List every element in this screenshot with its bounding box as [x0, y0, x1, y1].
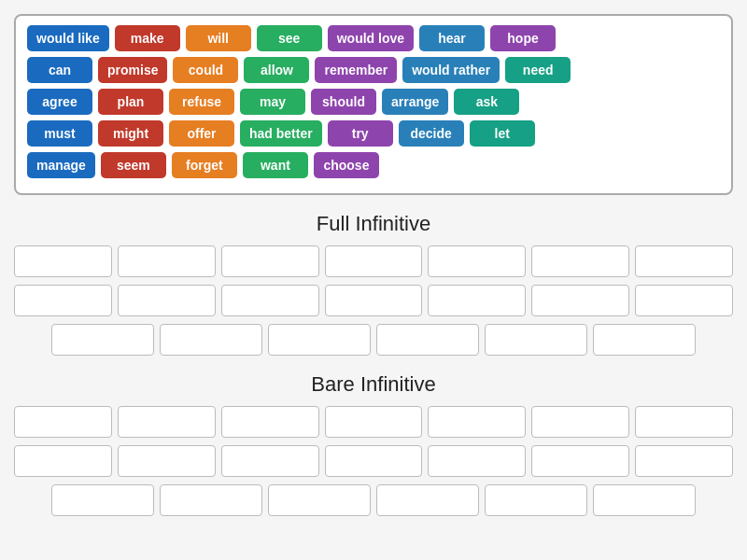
word-chip[interactable]: decide — [399, 120, 464, 147]
word-bank-row-2: agreeplanrefusemayshouldarrangeask — [27, 89, 720, 115]
answer-box[interactable] — [485, 324, 587, 356]
answer-box[interactable] — [325, 445, 423, 477]
word-chip[interactable]: need — [505, 57, 571, 83]
answer-box[interactable] — [221, 406, 319, 438]
answer-box[interactable] — [325, 285, 423, 316]
answer-box[interactable] — [635, 445, 733, 477]
word-chip[interactable]: offer — [169, 120, 234, 147]
word-chip[interactable]: allow — [244, 57, 309, 83]
word-chip[interactable]: had better — [240, 120, 322, 147]
word-chip[interactable]: could — [173, 57, 238, 83]
answer-box[interactable] — [325, 406, 423, 438]
answer-box[interactable] — [268, 484, 371, 516]
word-chip[interactable]: seem — [101, 152, 166, 178]
answer-box[interactable] — [221, 245, 319, 277]
word-chip[interactable]: arrange — [382, 89, 448, 115]
word-chip[interactable]: try — [328, 120, 393, 147]
answer-row — [14, 285, 733, 316]
word-chip[interactable]: forget — [172, 152, 237, 178]
word-chip[interactable]: ask — [454, 89, 519, 115]
answer-box[interactable] — [14, 285, 112, 316]
answer-box[interactable] — [428, 406, 526, 438]
answer-box[interactable] — [531, 245, 629, 277]
word-chip[interactable]: manage — [27, 152, 95, 178]
word-chip[interactable]: would like — [27, 25, 109, 51]
word-chip[interactable]: want — [243, 152, 308, 178]
word-chip[interactable]: choose — [314, 152, 379, 178]
answer-row — [14, 245, 733, 277]
answer-box[interactable] — [376, 484, 479, 516]
word-chip[interactable]: hear — [419, 25, 485, 51]
word-chip[interactable]: promise — [98, 57, 167, 83]
word-chip[interactable]: refuse — [169, 89, 234, 115]
answer-box[interactable] — [428, 445, 526, 477]
answer-box[interactable] — [51, 324, 154, 356]
word-chip[interactable]: would love — [328, 25, 414, 51]
word-chip[interactable]: would rather — [402, 57, 500, 83]
answer-box[interactable] — [593, 484, 696, 516]
answer-box[interactable] — [118, 406, 216, 438]
answer-box[interactable] — [593, 324, 696, 356]
word-chip[interactable]: will — [186, 25, 251, 51]
answer-box[interactable] — [14, 406, 112, 438]
word-chip[interactable]: make — [115, 25, 180, 51]
answer-box[interactable] — [268, 324, 371, 356]
answer-box[interactable] — [635, 406, 733, 438]
word-chip[interactable]: plan — [98, 89, 163, 115]
answer-row — [14, 484, 733, 516]
word-bank-row-4: manageseemforgetwantchoose — [27, 152, 720, 178]
answer-box[interactable] — [118, 245, 216, 277]
answer-box[interactable] — [160, 324, 262, 356]
word-bank-row-3: mustmightofferhad bettertrydecidelet — [27, 120, 720, 147]
answer-box[interactable] — [118, 445, 216, 477]
answer-box[interactable] — [635, 245, 733, 277]
answer-box[interactable] — [428, 245, 526, 277]
word-chip[interactable]: agree — [27, 89, 92, 115]
word-bank-row-0: would likemakewillseewould lovehearhope — [27, 25, 720, 51]
answer-box[interactable] — [160, 484, 262, 516]
word-chip[interactable]: must — [27, 120, 92, 147]
word-chip[interactable]: let — [470, 120, 535, 147]
full-infinitive-section: Full Infinitive — [14, 212, 733, 356]
answer-box[interactable] — [485, 484, 587, 516]
word-bank-row-1: canpromisecouldallowrememberwould rather… — [27, 57, 720, 83]
word-chip[interactable]: might — [98, 120, 163, 147]
bare-infinitive-title: Bare Infinitive — [14, 372, 733, 397]
bare-infinitive-section: Bare Infinitive — [14, 372, 733, 516]
word-chip[interactable]: see — [257, 25, 322, 51]
word-chip[interactable]: can — [27, 57, 92, 83]
answer-box[interactable] — [325, 245, 423, 277]
answer-box[interactable] — [531, 445, 629, 477]
answer-row — [14, 445, 733, 477]
word-chip[interactable]: remember — [315, 57, 397, 83]
answer-box[interactable] — [14, 245, 112, 277]
answer-box[interactable] — [531, 406, 629, 438]
answer-box[interactable] — [531, 285, 629, 316]
answer-row — [14, 324, 733, 356]
answer-box[interactable] — [118, 285, 216, 316]
answer-row — [14, 406, 733, 438]
answer-box[interactable] — [635, 285, 733, 316]
answer-box[interactable] — [428, 285, 526, 316]
answer-box[interactable] — [221, 285, 319, 316]
word-bank: would likemakewillseewould lovehearhopec… — [14, 14, 733, 195]
answer-box[interactable] — [14, 445, 112, 477]
answer-box[interactable] — [221, 445, 319, 477]
answer-box[interactable] — [376, 324, 479, 356]
word-chip[interactable]: hope — [490, 25, 556, 51]
word-chip[interactable]: may — [240, 89, 305, 115]
answer-box[interactable] — [51, 484, 154, 516]
word-chip[interactable]: should — [311, 89, 376, 115]
full-infinitive-title: Full Infinitive — [14, 212, 733, 236]
